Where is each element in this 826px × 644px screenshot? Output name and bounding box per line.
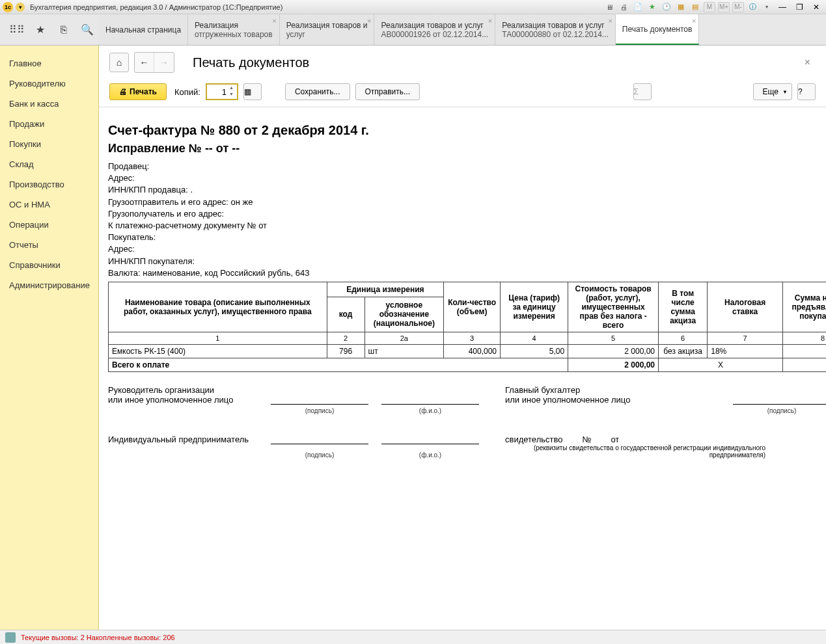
forward-button[interactable]: → bbox=[154, 53, 174, 72]
tab-label-l1: Реализация товаров и bbox=[286, 21, 368, 30]
cell-tax bbox=[783, 344, 827, 358]
sub-podpis: (подпись) bbox=[271, 407, 368, 414]
th-excise: В том числе сумма акциза bbox=[659, 282, 708, 332]
calc-icon[interactable]: ▦ bbox=[675, 2, 687, 12]
sidebar-item-sales[interactable]: Продажи bbox=[0, 114, 98, 134]
minimize-button[interactable]: — bbox=[775, 2, 790, 12]
help-label: ? bbox=[798, 87, 803, 96]
clipboard-icon[interactable]: ⎘ bbox=[57, 23, 70, 36]
window-title: Бухгалтерия предприятия, редакция 3.0 / … bbox=[30, 3, 603, 11]
page-close-button[interactable]: × bbox=[799, 54, 816, 71]
cell-code: 796 bbox=[327, 344, 365, 358]
total-row: Всего к оплате 2 000,00 X bbox=[109, 358, 827, 371]
sidebar-item-manager[interactable]: Руководителю bbox=[0, 74, 98, 94]
tab-label: Печать документов bbox=[622, 25, 693, 34]
document-viewport[interactable]: Счет-фактура № 880 от 2 декабря 2014 г. … bbox=[99, 107, 826, 630]
tool-icon-1[interactable]: 🖥 bbox=[603, 2, 615, 12]
apps-icon[interactable]: ⠿⠿ bbox=[10, 23, 23, 36]
cell-cost: 2 000,00 bbox=[568, 344, 659, 358]
close-icon[interactable]: × bbox=[608, 17, 612, 25]
sidebar-item-admin[interactable]: Администрирование bbox=[0, 275, 98, 295]
more-button[interactable]: Еще bbox=[753, 83, 792, 100]
rekv-sub: (реквизиты свидетельства о государственн… bbox=[505, 444, 765, 459]
settings-button[interactable]: ▦ bbox=[243, 83, 262, 100]
print-label: Печать bbox=[130, 87, 157, 96]
no-label: № bbox=[582, 435, 591, 444]
sum-button[interactable]: Σ bbox=[633, 83, 652, 100]
close-button[interactable]: ✕ bbox=[809, 2, 823, 12]
sidebar-item-main[interactable]: Главное bbox=[0, 53, 98, 74]
sidebar-item-bank[interactable]: Банк и касса bbox=[0, 94, 98, 114]
invoice-title: Счет-фактура № 880 от 2 декабря 2014 г. bbox=[108, 123, 826, 138]
close-icon[interactable]: × bbox=[367, 17, 371, 25]
tool-icon-3[interactable]: 📄 bbox=[632, 2, 644, 12]
tab-home[interactable]: Начальная страница bbox=[99, 14, 188, 45]
role-head-sub: или иное уполномоченное лицо bbox=[108, 395, 271, 405]
svid-label: свидетельство bbox=[505, 435, 562, 444]
memory-m[interactable]: M bbox=[704, 2, 715, 12]
sidebar-item-reports[interactable]: Отчеты bbox=[0, 235, 98, 255]
send-button[interactable]: Отправить... bbox=[355, 83, 420, 100]
signatures: Руководитель организации или иное уполно… bbox=[108, 385, 826, 414]
memory-mminus[interactable]: M- bbox=[732, 2, 744, 12]
th-rate: Налоговая ставка bbox=[708, 282, 783, 332]
meta-line: Адрес: bbox=[108, 172, 826, 184]
tool-icon-2[interactable]: 🖨 bbox=[618, 2, 629, 12]
total-tax bbox=[783, 358, 827, 371]
sidebar-item-operations[interactable]: Операции bbox=[0, 215, 98, 235]
cell-price: 5,00 bbox=[501, 344, 568, 358]
save-button[interactable]: Сохранить... bbox=[285, 83, 350, 100]
back-button[interactable]: ← bbox=[135, 53, 154, 72]
meta-lines: Продавец: Адрес: ИНН/КПП продавца: . Гру… bbox=[108, 161, 826, 279]
th-unit-top: Единица измерения bbox=[327, 282, 444, 297]
sign-line bbox=[381, 434, 479, 444]
info-dd-icon[interactable]: ▾ bbox=[761, 2, 773, 12]
tab-label-l1: Реализация товаров и услуг bbox=[381, 21, 488, 30]
print-button[interactable]: 🖨 Печать bbox=[109, 83, 167, 100]
sub-fio: (ф.и.о.) bbox=[381, 451, 479, 459]
help-button[interactable]: ? bbox=[797, 83, 816, 100]
tab-sales-doc1[interactable]: Реализация товаров и услуг АВ000001926 о… bbox=[374, 14, 495, 45]
info-icon[interactable]: ⓘ bbox=[747, 2, 758, 12]
search-icon[interactable]: 🔍 bbox=[81, 23, 94, 36]
cell-unit: шт bbox=[365, 344, 444, 358]
colnum: 6 bbox=[659, 332, 708, 344]
meta-line: Продавец: bbox=[108, 161, 826, 172]
sidebar-item-warehouse[interactable]: Склад bbox=[0, 154, 98, 174]
close-icon[interactable]: × bbox=[692, 17, 696, 25]
sidebar: Главное Руководителю Банк и касса Продаж… bbox=[0, 46, 99, 630]
role-head: Руководитель организации bbox=[108, 385, 271, 395]
favorite-icon[interactable]: ★ bbox=[646, 2, 658, 12]
toolbar: 🖨 Печать Копий: ▲▼ ▦ Сохранить... Отправ… bbox=[99, 79, 826, 107]
cell-excise: без акциза bbox=[659, 344, 708, 358]
app-menu-icon[interactable]: ▾ bbox=[16, 3, 25, 12]
calendar-icon[interactable]: ▤ bbox=[689, 2, 701, 12]
meta-line: Адрес: bbox=[108, 243, 826, 255]
maximize-button[interactable]: ❐ bbox=[792, 2, 806, 12]
close-icon[interactable]: × bbox=[272, 17, 276, 25]
titlebar: 1c ▾ Бухгалтерия предприятия, редакция 3… bbox=[0, 0, 826, 14]
tab-sales[interactable]: Реализация товаров и услуг × bbox=[280, 14, 375, 45]
home-button[interactable]: ⌂ bbox=[109, 53, 129, 72]
th-price: Цена (тариф) за единицу измерения bbox=[501, 282, 568, 332]
tab-sales-doc2[interactable]: Реализация товаров и услуг ТА000000880 о… bbox=[495, 14, 616, 45]
cell-name: Емкость РК-15 (400) bbox=[109, 344, 327, 358]
role-acct: Главный бухгалтер bbox=[505, 385, 687, 395]
tab-shipped-sales[interactable]: Реализация отгруженных товаров × bbox=[188, 14, 280, 45]
copies-label: Копий: bbox=[174, 87, 200, 97]
star-icon[interactable]: ★ bbox=[34, 23, 47, 36]
tab-print-documents[interactable]: Печать документов × bbox=[616, 14, 700, 45]
memory-mplus[interactable]: M+ bbox=[718, 2, 730, 12]
sidebar-item-production[interactable]: Производство bbox=[0, 174, 98, 195]
th-unit: условное обозначение (национальное) bbox=[365, 297, 444, 332]
th-qty: Коли-чество (объем) bbox=[444, 282, 501, 332]
tab-label: Начальная страница bbox=[105, 25, 181, 34]
copies-spinner[interactable]: ▲▼ bbox=[229, 85, 237, 98]
sidebar-item-assets[interactable]: ОС и НМА bbox=[0, 195, 98, 215]
colnum: 2 bbox=[327, 332, 365, 344]
history-icon[interactable]: 🕑 bbox=[661, 2, 672, 12]
sub-fio: (ф.и.о.) bbox=[381, 407, 479, 414]
close-icon[interactable]: × bbox=[488, 17, 492, 25]
sidebar-item-catalogs[interactable]: Справочники bbox=[0, 255, 98, 275]
sidebar-item-purchases[interactable]: Покупки bbox=[0, 134, 98, 154]
